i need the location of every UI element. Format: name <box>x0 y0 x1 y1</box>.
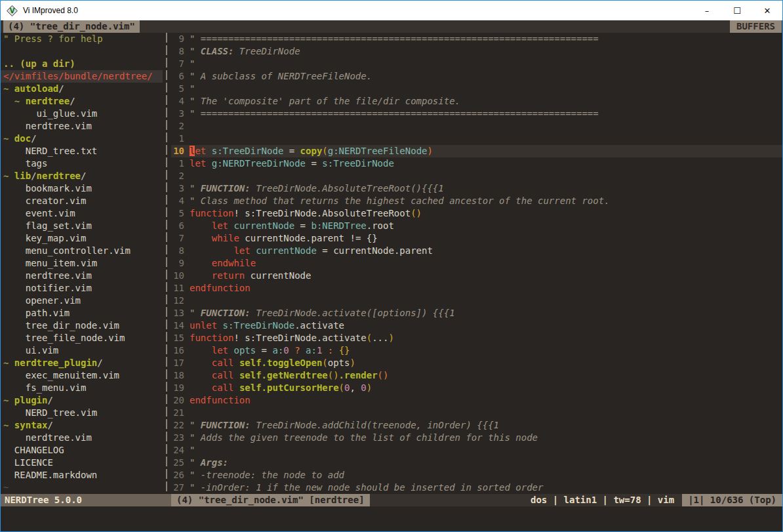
token-help: " Press ? for help <box>3 33 103 44</box>
tree-dir-autoload-nerdtree[interactable]: ~ nerdtree/ <box>1 95 163 108</box>
editor-line[interactable]: 18 call self.getNerdtree().render() <box>171 369 782 382</box>
tab-tree-dir-node[interactable]: (4) "tree_dir_node.vim" <box>3 20 140 33</box>
tree-dir-lib-nerdtree[interactable]: ~ lib/nerdtree/ <box>1 170 163 182</box>
editor-line[interactable]: 13" FUNCTION: TreeDirNode.activate([opti… <box>171 307 782 319</box>
editor-line[interactable]: 24" <box>171 444 782 457</box>
maximize-button[interactable]: ☐ <box>722 1 752 20</box>
line-number: 13 <box>171 307 190 319</box>
editor-line[interactable]: 19 call self.putCursorHere(0, 0) <box>171 382 782 394</box>
editor-line[interactable]: 3" FUNCTION: TreeDirNode.AbsoluteTreeRoo… <box>171 182 782 195</box>
tree-file-ui[interactable]: ui.vim <box>1 344 163 357</box>
token-cm: " <box>190 445 195 455</box>
tree-file-exec-menuitem[interactable]: exec_menuitem.vim <box>1 369 163 382</box>
token-p2: ? <box>294 345 300 356</box>
editor-line[interactable]: 10 return currentNode <box>171 270 782 282</box>
tree-dir-doc[interactable]: ~ doc/ <box>1 133 163 145</box>
tree-file-licence[interactable]: LICENCE <box>1 457 163 469</box>
tree-up-dir[interactable]: .. (up a dir) <box>1 58 163 70</box>
tree-file-nerd-tree-txt[interactable]: NERD_tree.txt <box>1 145 163 157</box>
tree-file-creator[interactable]: creator.vim <box>1 195 163 207</box>
editor-line[interactable]: 8 let currentNode = currentNode.parent <box>171 245 782 257</box>
editor-line[interactable]: 21 <box>171 407 782 419</box>
token-num: 0 <box>283 345 289 356</box>
editor-line[interactable]: 25" Args: <box>171 457 782 469</box>
tree-file-tree-file-node[interactable]: tree_file_node.vim <box>1 332 163 344</box>
editor-line[interactable]: 26" -treenode: the node to add <box>171 469 782 481</box>
tree-file-nerd-tree-vim[interactable]: NERD_tree.vim <box>1 407 163 419</box>
editor-line[interactable]: 27" -inOrder: 1 if the new node should b… <box>171 481 782 494</box>
command-line-area[interactable] <box>1 506 782 531</box>
tree-file-menu-item[interactable]: menu_item.vim <box>1 257 163 270</box>
tree-help-hint[interactable]: " Press ? for help <box>1 33 163 45</box>
editor-line[interactable]: 22" FUNCTION: TreeDirNode.addChild(treen… <box>171 419 782 432</box>
tree-file-opener[interactable]: opener.vim <box>1 295 163 307</box>
editor-line[interactable]: 8" CLASS: TreeDirNode <box>171 45 782 58</box>
token-p1: () <box>328 370 339 380</box>
tree-file-tags[interactable]: tags <box>1 157 163 170</box>
editor-line[interactable]: 11endfunction <box>171 282 782 295</box>
line-number: 5 <box>171 207 190 220</box>
editor-line[interactable]: 15function! s:TreeDirNode.activate(...) <box>171 332 782 344</box>
tree-file-autoload-nerdtree-vim[interactable]: nerdtree.vim <box>1 120 163 133</box>
tree-eob-tilde[interactable]: ~ <box>1 481 163 494</box>
tree-dir-nerdtree-plugin[interactable]: ~ nerdtree_plugin/ <box>1 357 163 369</box>
tree-file-menu-controller[interactable]: menu_controller.vim <box>1 245 163 257</box>
tree-file-event[interactable]: event.vim <box>1 207 163 220</box>
editor-line[interactable]: 16 let opts = a:0 ? a:1 : {} <box>171 344 782 357</box>
editor-line[interactable]: 4" Class method that returns the highest… <box>171 195 782 207</box>
tree-file-lib-nerdtree-vim[interactable]: nerdtree.vim <box>1 270 163 282</box>
editor-line[interactable]: 2 <box>171 170 782 182</box>
tree-file-readme[interactable]: README.markdown <box>1 469 163 481</box>
editor-line[interactable]: 7" <box>171 58 782 70</box>
tree-root-path[interactable]: </vimfiles/bundle/nerdtree/ <box>1 70 163 83</box>
editor-line[interactable]: 23" Adds the given treenode to the list … <box>171 432 782 444</box>
vertical-split-separator[interactable] <box>163 33 171 494</box>
editor-line[interactable]: 5function! s:TreeDirNode.AbsoluteTreeRoo… <box>171 207 782 220</box>
editor-line[interactable]: 17 call self.toggleOpen(opts) <box>171 357 782 369</box>
token-file: bookmark.vim <box>3 183 92 194</box>
token-op <box>333 345 338 356</box>
token-op: = <box>294 220 311 231</box>
tree-dir-syntax[interactable]: ~ syntax/ <box>1 419 163 432</box>
token-op <box>190 258 212 268</box>
editor-line[interactable]: 20endfunction <box>171 394 782 407</box>
tree-file-changelog[interactable]: CHANGELOG <box>1 444 163 457</box>
tree-blank[interactable] <box>1 45 163 58</box>
nerdtree-panel: " Press ? for help.. (up a dir)</vimfile… <box>1 33 163 494</box>
editor-line[interactable]: 5" <box>171 83 782 95</box>
token-file: NERD_tree.txt <box>3 146 97 156</box>
editor-line[interactable]: 7 while currentNode.parent != {} <box>171 232 782 245</box>
editor-line[interactable]: 1let g:NERDTreeDirNode = s:TreeDirNode <box>171 157 782 170</box>
tree-file-fs-menu[interactable]: fs_menu.vim <box>1 382 163 394</box>
editor-line[interactable]: 6 let currentNode = b:NERDTree.root <box>171 220 782 232</box>
tree-file-flag-set[interactable]: flag_set.vim <box>1 220 163 232</box>
editor-line[interactable]: 4" The 'composite' part of the file/dir … <box>171 95 782 108</box>
buffers-label[interactable]: BUFFERS <box>730 20 782 33</box>
tree-file-path[interactable]: path.vim <box>1 307 163 319</box>
editor-line[interactable]: 9" =====================================… <box>171 33 782 45</box>
tree-dir-autoload[interactable]: ~ autoload/ <box>1 83 163 95</box>
minimize-button[interactable]: – <box>692 1 722 20</box>
tree-file-ui-glue[interactable]: ui_glue.vim <box>1 108 163 120</box>
editor-line[interactable]: 12 <box>171 295 782 307</box>
line-number: 24 <box>171 444 190 457</box>
window-controls: – ☐ ✕ <box>692 1 782 20</box>
editor-line-current[interactable]: 10let s:TreeDirNode = copy(g:NERDTreeFil… <box>171 145 782 157</box>
close-button[interactable]: ✕ <box>752 1 782 20</box>
tree-file-key-map[interactable]: key_map.vim <box>1 232 163 245</box>
token-fn: .render <box>339 370 378 380</box>
editor-line[interactable]: 9 endwhile <box>171 257 782 270</box>
editor-line[interactable]: 3" =====================================… <box>171 108 782 120</box>
token-kw: return <box>212 270 245 281</box>
editor-line[interactable]: 14unlet s:TreeDirNode.activate <box>171 319 782 332</box>
tree-file-bookmark[interactable]: bookmark.vim <box>1 182 163 195</box>
tree-file-syntax-nerdtree-vim[interactable]: nerdtree.vim <box>1 432 163 444</box>
editor-line[interactable]: 1 <box>171 133 782 145</box>
token-op: , <box>350 382 361 393</box>
tree-dir-plugin[interactable]: ~ plugin/ <box>1 394 163 407</box>
tree-file-notifier[interactable]: notifier.vim <box>1 282 163 295</box>
tree-file-tree-dir-node[interactable]: tree_dir_node.vim <box>1 319 163 332</box>
token-op <box>190 345 212 356</box>
editor-line[interactable]: 6" A subclass of NERDTreeFileNode. <box>171 70 782 83</box>
editor-line[interactable]: 2 <box>171 120 782 133</box>
